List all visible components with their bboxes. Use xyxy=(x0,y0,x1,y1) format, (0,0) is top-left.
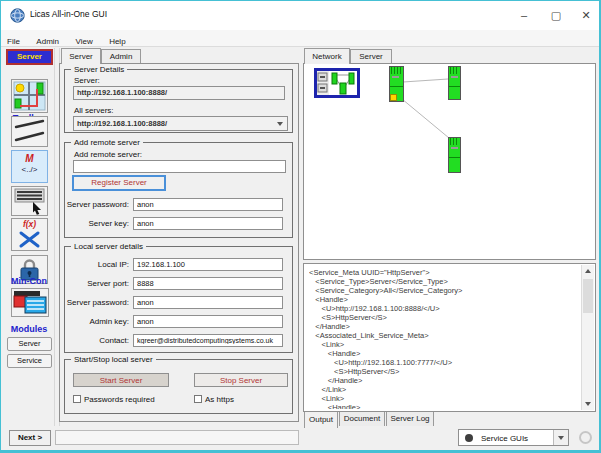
service-guis-combobox[interactable]: Service GUIs xyxy=(458,429,569,446)
metadata-button[interactable]: M <../> xyxy=(11,150,48,183)
local-ip-label: Local IP: xyxy=(65,260,129,269)
minimize-icon[interactable]: – xyxy=(509,1,539,29)
min-con-button[interactable] xyxy=(11,288,49,317)
app-window: Licas All-in-One GUI – ▢ ✕ File Admin Vi… xyxy=(0,0,601,453)
status-indicator-icon xyxy=(579,431,592,444)
server-details-group: Server Details Server: http://192.168.1.… xyxy=(64,69,293,133)
scrollbar-thumb[interactable] xyxy=(583,279,593,313)
network-node[interactable] xyxy=(448,137,461,173)
tab-admin[interactable]: Admin xyxy=(101,49,141,64)
window-title: Licas All-in-One GUI xyxy=(30,9,107,19)
sidebar: Server Toolbar M <../> xyxy=(1,48,57,426)
module-server-button[interactable]: Server xyxy=(7,337,52,351)
flag-icon xyxy=(390,94,397,101)
network-node[interactable] xyxy=(448,66,461,100)
start-stop-legend: Start/Stop local server xyxy=(71,355,156,364)
network-view-button[interactable] xyxy=(11,79,48,113)
tab-server-log[interactable]: Server Log xyxy=(386,412,434,427)
title-bar: Licas All-in-One GUI – ▢ ✕ xyxy=(1,1,599,30)
stop-server-button[interactable]: Stop Server xyxy=(194,373,288,387)
output-panel: <Service_Meta UUID="HttpServer"> <Servic… xyxy=(303,263,596,412)
add-remote-label: Add remote server: xyxy=(74,150,142,159)
metadata-icon-m: M xyxy=(12,153,47,165)
console-button[interactable] xyxy=(11,186,48,216)
add-remote-group: Add remote server Add remote server: Reg… xyxy=(64,142,293,238)
passwords-required-label: Passwords required xyxy=(84,395,155,404)
chevron-down-icon xyxy=(277,122,283,126)
server-password-input[interactable] xyxy=(133,198,283,211)
contact-label: Contact: xyxy=(65,336,129,345)
metadata-icon: M <../> xyxy=(12,151,47,174)
tab-document[interactable]: Document xyxy=(339,412,385,427)
start-server-button[interactable]: Start Server xyxy=(73,373,169,387)
metadata-icon-tag: <../> xyxy=(12,165,47,174)
functions-icon xyxy=(12,230,47,249)
maximize-icon[interactable]: ▢ xyxy=(541,1,571,29)
bottom-bar: Next > Service GUIs xyxy=(1,426,599,450)
close-icon[interactable]: ✕ xyxy=(571,1,601,29)
menu-admin[interactable]: Admin xyxy=(30,34,65,46)
network-canvas xyxy=(303,63,596,260)
server-port-input[interactable] xyxy=(133,277,283,290)
combo-chevron-box xyxy=(553,430,568,445)
tab-output[interactable]: Output xyxy=(304,412,338,428)
server-port-label: Server port: xyxy=(65,279,129,288)
chevron-down-icon xyxy=(558,436,564,440)
local-password-label: Server password: xyxy=(65,298,129,307)
links-icon xyxy=(12,117,47,146)
checkbox-icon xyxy=(194,395,202,403)
min-con-label: Min-Con xyxy=(1,276,57,286)
tab-network[interactable]: Network xyxy=(304,48,350,64)
as-https-checkbox[interactable]: As https xyxy=(194,395,234,404)
as-https-label: As https xyxy=(205,395,234,404)
server-label: Server: xyxy=(74,76,100,85)
network-view-icon xyxy=(12,80,47,112)
all-servers-label: All servers: xyxy=(74,106,114,115)
functions-icon-label: f(x) xyxy=(12,219,47,230)
tab-server[interactable]: Server xyxy=(61,48,101,64)
server-details-legend: Server Details xyxy=(71,65,127,74)
admin-key-label: Admin key: xyxy=(65,317,129,326)
network-legend-icon xyxy=(314,68,360,98)
tab-network-server[interactable]: Server xyxy=(350,49,392,64)
next-button[interactable]: Next > xyxy=(9,430,51,446)
local-password-input[interactable] xyxy=(133,296,283,309)
start-stop-group: Start/Stop local server Start Server Sto… xyxy=(64,359,293,414)
windows-icon xyxy=(12,289,48,316)
add-remote-input[interactable] xyxy=(73,160,286,173)
network-node[interactable] xyxy=(389,66,404,102)
menu-bar: File Admin View Help xyxy=(1,30,599,47)
passwords-required-checkbox[interactable]: Passwords required xyxy=(73,395,155,404)
service-guis-label: Service GUIs xyxy=(481,434,528,443)
all-servers-combobox[interactable]: http://192.168.1.100:8888/ xyxy=(73,116,288,131)
sidebar-server-button[interactable]: Server xyxy=(6,49,53,65)
add-remote-legend: Add remote server xyxy=(71,138,143,147)
contact-input[interactable] xyxy=(133,334,283,347)
server-password-label: Server password: xyxy=(65,200,129,209)
server-value-field: http://192.168.1.100:8888/ xyxy=(73,86,285,100)
output-text[interactable]: <Service_Meta UUID="HttpServer"> <Servic… xyxy=(309,268,579,409)
globe-icon xyxy=(10,8,25,23)
menu-help[interactable]: Help xyxy=(103,34,131,46)
functions-button[interactable]: f(x) xyxy=(11,218,48,251)
module-service-button[interactable]: Service xyxy=(7,354,52,368)
server-key-label: Server key: xyxy=(65,219,129,228)
status-field xyxy=(55,430,299,445)
modules-label: Modules xyxy=(1,324,57,334)
links-button[interactable] xyxy=(11,116,48,147)
all-servers-value: http://192.168.1.100:8888/ xyxy=(77,119,167,128)
scroll-down-icon[interactable] xyxy=(582,398,594,410)
menu-view[interactable]: View xyxy=(69,34,98,46)
checkbox-icon xyxy=(73,395,81,403)
output-scrollbar[interactable] xyxy=(581,265,594,410)
register-server-button[interactable]: Register Server xyxy=(73,176,165,190)
local-ip-input[interactable] xyxy=(133,258,283,271)
console-icon xyxy=(12,187,47,215)
local-details-group: Local server details Local IP: Server po… xyxy=(64,246,293,353)
server-key-input[interactable] xyxy=(133,217,283,230)
menu-file[interactable]: File xyxy=(1,34,26,46)
circle-icon xyxy=(465,434,473,442)
local-details-legend: Local server details xyxy=(71,242,146,251)
admin-key-input[interactable] xyxy=(133,315,283,328)
scroll-up-icon[interactable] xyxy=(582,265,594,277)
